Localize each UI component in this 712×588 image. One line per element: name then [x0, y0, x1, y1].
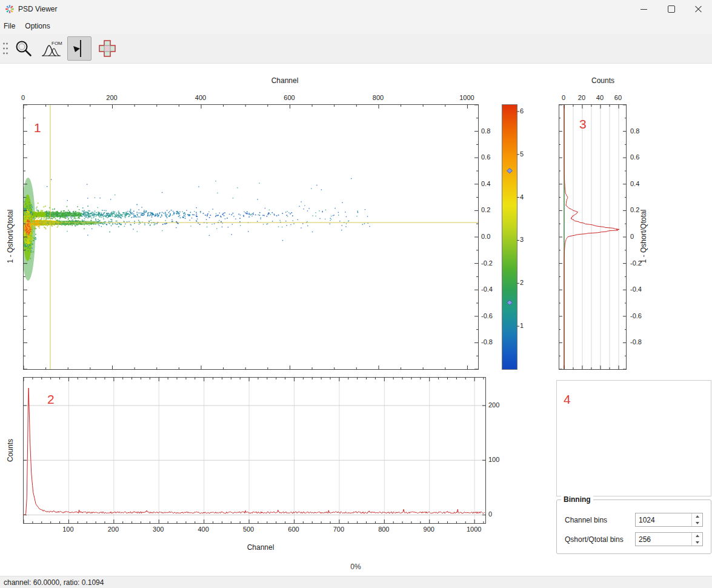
channel-bins-spin-up[interactable]	[692, 513, 702, 520]
tick-label: 1000	[459, 94, 474, 101]
app-icon	[5, 4, 15, 14]
menu-bar: File Options	[0, 18, 712, 34]
tick-label: 200	[108, 526, 119, 533]
tick-label: -0.6	[630, 312, 642, 319]
tick-label: -0.2	[481, 259, 493, 267]
ratio-histogram-canvas[interactable]	[559, 105, 626, 369]
psd-2d-canvas[interactable]	[24, 105, 478, 369]
plot1-yaxis-title: 1 - Qshort/Qtotal	[6, 210, 15, 264]
tick-label: 0	[21, 94, 25, 101]
crosshair-icon	[68, 38, 90, 59]
tick-label: 600	[288, 526, 299, 533]
channel-bins-spin-down[interactable]	[692, 520, 702, 527]
ratio-projection-curve	[564, 105, 619, 369]
title-bar: PSD Viewer	[0, 0, 712, 18]
menu-file[interactable]: File	[0, 19, 20, 33]
ratio-bins-spin-up[interactable]	[692, 533, 702, 540]
psd-2d-plot[interactable]	[23, 104, 479, 370]
drag-handle-icon[interactable]	[2, 41, 9, 56]
tick-label: 0.2	[630, 206, 639, 213]
ratio-bins-spin-down[interactable]	[692, 540, 702, 546]
tick-label: 600	[284, 94, 294, 101]
binning-title: Binning	[561, 495, 593, 504]
status-bar: channel: 60.0000, ratio: 0.1094	[0, 576, 712, 588]
roi-tool-button[interactable]	[95, 36, 119, 61]
colorbar[interactable]	[502, 104, 517, 370]
ratio-bins-label: Qshort/Qtotal bins	[565, 535, 624, 544]
tick-label: 0.6	[481, 153, 490, 161]
minimize-icon	[640, 9, 647, 10]
annotation-1: 1	[34, 121, 41, 134]
tick-label: 900	[424, 526, 434, 533]
tick-label: 0	[562, 94, 565, 101]
tick-label: -0.6	[481, 312, 493, 319]
tick-label: 100	[62, 526, 73, 533]
plot1-xaxis-title: Channel	[271, 76, 299, 85]
ratio-histogram-plot[interactable]	[559, 104, 627, 370]
tick-label: 400	[195, 94, 206, 101]
window-title: PSD Viewer	[18, 5, 57, 13]
channel-bins-label: Channel bins	[565, 516, 607, 524]
channel-histogram-canvas[interactable]	[24, 378, 485, 523]
status-text: channel: 60.0000, ratio: 0.1094	[4, 578, 104, 587]
tick-label: -0.4	[481, 286, 493, 293]
annotation-2: 2	[47, 393, 55, 406]
tick-label: 0.4	[630, 180, 639, 187]
tick-label: 200	[106, 94, 117, 101]
magnifier-icon	[13, 38, 34, 59]
channel-projection-curve	[24, 388, 485, 515]
tick-label: 0.4	[481, 180, 490, 187]
svg-text:FOM: FOM	[52, 41, 62, 46]
roi-cross-icon	[96, 38, 118, 59]
tick-label: 0.6	[630, 153, 639, 161]
minimize-button[interactable]	[630, 0, 657, 18]
maximize-icon	[668, 5, 675, 13]
annotation-3: 3	[579, 118, 587, 130]
tick-label: 400	[198, 526, 208, 533]
tick-label: 500	[243, 526, 254, 533]
tick-label: 40	[596, 94, 604, 101]
tick-label: 0.8	[630, 127, 639, 135]
channel-bins-input[interactable]	[636, 513, 691, 526]
progress-label: 0%	[350, 563, 361, 571]
tick-label: 60	[614, 94, 622, 101]
tick-label: -0.2	[630, 259, 642, 267]
tick-label: 0.8	[481, 127, 490, 135]
tick-label: 300	[153, 526, 164, 533]
zoom-tool-button[interactable]	[12, 36, 36, 61]
tick-label: 0	[630, 233, 634, 240]
tick-label: 700	[333, 526, 344, 533]
channel-histogram-plot[interactable]	[23, 377, 486, 524]
tick-label: 100	[488, 456, 499, 463]
colorbar-handle[interactable]	[507, 300, 513, 305]
tick-label: 5	[520, 150, 524, 158]
tick-label: 20	[578, 94, 585, 101]
tick-label: 3	[520, 236, 524, 243]
colorbar-handle[interactable]	[507, 169, 513, 173]
menu-options[interactable]: Options	[20, 19, 55, 33]
tick-label: 1	[520, 322, 524, 329]
tick-label: 0.2	[481, 206, 490, 213]
ratio-bins-spinbox[interactable]	[635, 532, 703, 546]
tick-label: 0	[488, 510, 492, 518]
channel-bins-spinbox[interactable]	[635, 513, 703, 527]
toolbar: FOM	[0, 34, 712, 64]
tick-label: 800	[373, 94, 384, 101]
plot3-xaxis-title: Counts	[591, 76, 614, 85]
plot2-xaxis-title: Channel	[247, 543, 274, 552]
main-area: Channel Counts Channel 1 - Qshort/Qtotal…	[0, 0, 712, 576]
tick-label: -0.8	[481, 338, 493, 346]
maximize-button[interactable]	[657, 0, 685, 18]
close-icon	[695, 5, 702, 13]
trace-picker-button[interactable]	[67, 36, 91, 61]
tick-label: 2	[520, 279, 524, 286]
fom-tool-button[interactable]: FOM	[39, 36, 64, 61]
annotation-4: 4	[564, 393, 571, 406]
tick-label: 0.0	[481, 233, 490, 240]
tick-label: -0.8	[630, 338, 642, 346]
tick-label: 200	[488, 401, 499, 409]
tick-label: 6	[520, 107, 524, 115]
ratio-bins-input[interactable]	[636, 533, 691, 546]
close-button[interactable]	[685, 0, 712, 18]
tick-label: 4	[520, 193, 524, 201]
